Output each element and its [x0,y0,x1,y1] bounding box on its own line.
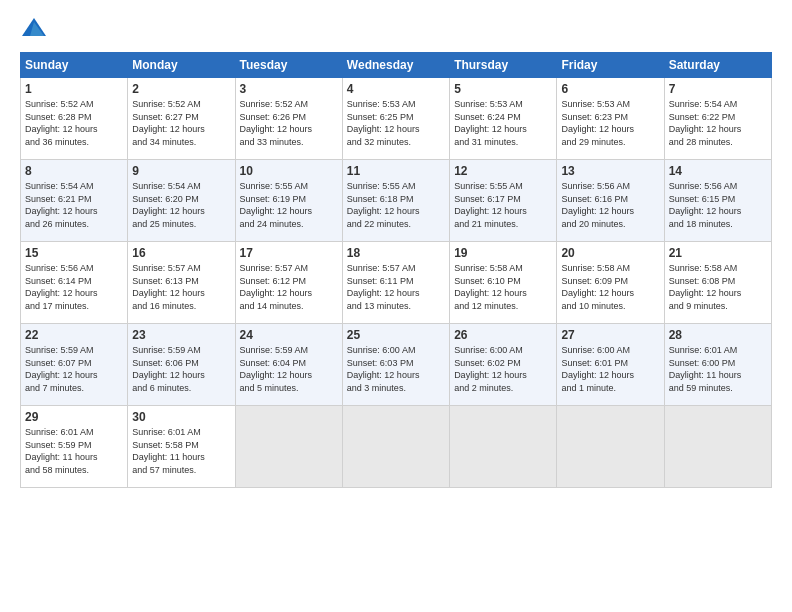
calendar-page: SundayMondayTuesdayWednesdayThursdayFrid… [0,0,792,612]
day-number: 6 [561,82,659,96]
calendar-cell: 15Sunrise: 5:56 AM Sunset: 6:14 PM Dayli… [21,242,128,324]
day-number: 8 [25,164,123,178]
day-info: Sunrise: 5:59 AM Sunset: 6:07 PM Dayligh… [25,344,123,394]
day-info: Sunrise: 5:58 AM Sunset: 6:08 PM Dayligh… [669,262,767,312]
day-number: 4 [347,82,445,96]
calendar-cell: 10Sunrise: 5:55 AM Sunset: 6:19 PM Dayli… [235,160,342,242]
day-number: 21 [669,246,767,260]
calendar-week-row: 29Sunrise: 6:01 AM Sunset: 5:59 PM Dayli… [21,406,772,488]
calendar-cell: 11Sunrise: 5:55 AM Sunset: 6:18 PM Dayli… [342,160,449,242]
calendar-cell: 8Sunrise: 5:54 AM Sunset: 6:21 PM Daylig… [21,160,128,242]
calendar-cell: 14Sunrise: 5:56 AM Sunset: 6:15 PM Dayli… [664,160,771,242]
calendar-cell: 26Sunrise: 6:00 AM Sunset: 6:02 PM Dayli… [450,324,557,406]
calendar-cell: 9Sunrise: 5:54 AM Sunset: 6:20 PM Daylig… [128,160,235,242]
calendar-cell: 7Sunrise: 5:54 AM Sunset: 6:22 PM Daylig… [664,78,771,160]
calendar-cell [557,406,664,488]
day-info: Sunrise: 6:00 AM Sunset: 6:02 PM Dayligh… [454,344,552,394]
day-info: Sunrise: 6:01 AM Sunset: 5:58 PM Dayligh… [132,426,230,476]
logo [20,16,52,44]
day-number: 17 [240,246,338,260]
day-number: 10 [240,164,338,178]
calendar-cell: 13Sunrise: 5:56 AM Sunset: 6:16 PM Dayli… [557,160,664,242]
calendar-cell: 12Sunrise: 5:55 AM Sunset: 6:17 PM Dayli… [450,160,557,242]
calendar-cell: 1Sunrise: 5:52 AM Sunset: 6:28 PM Daylig… [21,78,128,160]
day-number: 9 [132,164,230,178]
day-number: 15 [25,246,123,260]
weekday-header-friday: Friday [557,53,664,78]
day-info: Sunrise: 5:53 AM Sunset: 6:23 PM Dayligh… [561,98,659,148]
day-number: 12 [454,164,552,178]
day-info: Sunrise: 6:00 AM Sunset: 6:03 PM Dayligh… [347,344,445,394]
calendar-cell: 3Sunrise: 5:52 AM Sunset: 6:26 PM Daylig… [235,78,342,160]
calendar-cell: 27Sunrise: 6:00 AM Sunset: 6:01 PM Dayli… [557,324,664,406]
calendar-cell: 16Sunrise: 5:57 AM Sunset: 6:13 PM Dayli… [128,242,235,324]
calendar-week-row: 22Sunrise: 5:59 AM Sunset: 6:07 PM Dayli… [21,324,772,406]
calendar-week-row: 1Sunrise: 5:52 AM Sunset: 6:28 PM Daylig… [21,78,772,160]
calendar-cell: 18Sunrise: 5:57 AM Sunset: 6:11 PM Dayli… [342,242,449,324]
day-info: Sunrise: 5:57 AM Sunset: 6:12 PM Dayligh… [240,262,338,312]
day-info: Sunrise: 5:52 AM Sunset: 6:26 PM Dayligh… [240,98,338,148]
day-info: Sunrise: 5:57 AM Sunset: 6:11 PM Dayligh… [347,262,445,312]
day-info: Sunrise: 6:01 AM Sunset: 6:00 PM Dayligh… [669,344,767,394]
day-info: Sunrise: 5:55 AM Sunset: 6:18 PM Dayligh… [347,180,445,230]
day-number: 13 [561,164,659,178]
day-info: Sunrise: 5:59 AM Sunset: 6:06 PM Dayligh… [132,344,230,394]
day-info: Sunrise: 5:56 AM Sunset: 6:15 PM Dayligh… [669,180,767,230]
day-info: Sunrise: 5:56 AM Sunset: 6:14 PM Dayligh… [25,262,123,312]
day-number: 20 [561,246,659,260]
weekday-header-monday: Monday [128,53,235,78]
weekday-header-thursday: Thursday [450,53,557,78]
day-info: Sunrise: 5:55 AM Sunset: 6:19 PM Dayligh… [240,180,338,230]
calendar-cell: 5Sunrise: 5:53 AM Sunset: 6:24 PM Daylig… [450,78,557,160]
calendar-table: SundayMondayTuesdayWednesdayThursdayFrid… [20,52,772,488]
day-number: 27 [561,328,659,342]
day-info: Sunrise: 5:58 AM Sunset: 6:10 PM Dayligh… [454,262,552,312]
calendar-cell: 20Sunrise: 5:58 AM Sunset: 6:09 PM Dayli… [557,242,664,324]
day-info: Sunrise: 5:54 AM Sunset: 6:20 PM Dayligh… [132,180,230,230]
calendar-week-row: 15Sunrise: 5:56 AM Sunset: 6:14 PM Dayli… [21,242,772,324]
weekday-header-row: SundayMondayTuesdayWednesdayThursdayFrid… [21,53,772,78]
calendar-week-row: 8Sunrise: 5:54 AM Sunset: 6:21 PM Daylig… [21,160,772,242]
day-number: 14 [669,164,767,178]
day-number: 25 [347,328,445,342]
calendar-cell [342,406,449,488]
day-info: Sunrise: 5:53 AM Sunset: 6:25 PM Dayligh… [347,98,445,148]
day-info: Sunrise: 6:00 AM Sunset: 6:01 PM Dayligh… [561,344,659,394]
day-number: 7 [669,82,767,96]
day-number: 5 [454,82,552,96]
calendar-cell: 19Sunrise: 5:58 AM Sunset: 6:10 PM Dayli… [450,242,557,324]
calendar-cell: 6Sunrise: 5:53 AM Sunset: 6:23 PM Daylig… [557,78,664,160]
day-info: Sunrise: 5:55 AM Sunset: 6:17 PM Dayligh… [454,180,552,230]
day-info: Sunrise: 5:58 AM Sunset: 6:09 PM Dayligh… [561,262,659,312]
weekday-header-saturday: Saturday [664,53,771,78]
header [20,16,772,44]
day-number: 18 [347,246,445,260]
day-number: 11 [347,164,445,178]
day-info: Sunrise: 5:57 AM Sunset: 6:13 PM Dayligh… [132,262,230,312]
day-info: Sunrise: 5:56 AM Sunset: 6:16 PM Dayligh… [561,180,659,230]
calendar-cell [450,406,557,488]
calendar-cell: 29Sunrise: 6:01 AM Sunset: 5:59 PM Dayli… [21,406,128,488]
calendar-cell: 4Sunrise: 5:53 AM Sunset: 6:25 PM Daylig… [342,78,449,160]
day-number: 28 [669,328,767,342]
day-number: 22 [25,328,123,342]
day-info: Sunrise: 5:54 AM Sunset: 6:21 PM Dayligh… [25,180,123,230]
calendar-cell [664,406,771,488]
weekday-header-wednesday: Wednesday [342,53,449,78]
day-number: 3 [240,82,338,96]
calendar-cell: 2Sunrise: 5:52 AM Sunset: 6:27 PM Daylig… [128,78,235,160]
day-number: 29 [25,410,123,424]
weekday-header-tuesday: Tuesday [235,53,342,78]
day-info: Sunrise: 5:53 AM Sunset: 6:24 PM Dayligh… [454,98,552,148]
day-number: 2 [132,82,230,96]
weekday-header-sunday: Sunday [21,53,128,78]
calendar-cell: 23Sunrise: 5:59 AM Sunset: 6:06 PM Dayli… [128,324,235,406]
calendar-cell: 28Sunrise: 6:01 AM Sunset: 6:00 PM Dayli… [664,324,771,406]
day-number: 19 [454,246,552,260]
day-info: Sunrise: 6:01 AM Sunset: 5:59 PM Dayligh… [25,426,123,476]
day-number: 16 [132,246,230,260]
calendar-cell: 30Sunrise: 6:01 AM Sunset: 5:58 PM Dayli… [128,406,235,488]
day-number: 24 [240,328,338,342]
day-number: 26 [454,328,552,342]
calendar-cell: 22Sunrise: 5:59 AM Sunset: 6:07 PM Dayli… [21,324,128,406]
